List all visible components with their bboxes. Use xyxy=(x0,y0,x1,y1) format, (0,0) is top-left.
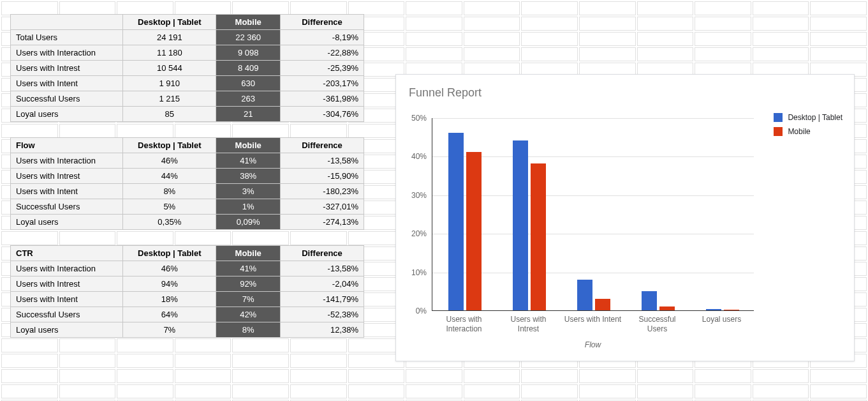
table-row[interactable]: Users with Interaction 11 180 9 098 -22,… xyxy=(11,45,364,61)
col-difference[interactable]: Difference xyxy=(281,246,364,261)
table-flow[interactable]: Flow Desktop | Tablet Mobile Difference … xyxy=(10,137,364,230)
row-label[interactable]: Users with Intent xyxy=(11,292,123,307)
cell-difference[interactable]: -141,79% xyxy=(281,292,364,307)
cell-desktop[interactable]: 46% xyxy=(123,261,216,276)
cell-mobile[interactable]: 42% xyxy=(216,307,281,322)
cell-mobile[interactable]: 1% xyxy=(216,199,281,215)
chart-bar[interactable] xyxy=(595,299,610,310)
chart-bar[interactable] xyxy=(724,310,739,310)
table-row[interactable]: Users with Intrest 94% 92% -2,04% xyxy=(11,276,364,292)
chart-bar[interactable] xyxy=(659,306,675,310)
cell-difference[interactable]: -203,17% xyxy=(281,76,364,91)
col-desktop[interactable]: Desktop | Tablet xyxy=(123,15,216,30)
cell-desktop[interactable]: 7% xyxy=(123,322,216,338)
cell-difference[interactable]: -180,23% xyxy=(281,184,364,199)
cell-mobile[interactable]: 3% xyxy=(216,184,281,199)
row-label[interactable]: Users with Intent xyxy=(11,76,123,91)
cell-mobile[interactable]: 8 409 xyxy=(216,61,281,76)
row-label[interactable]: Loyal users xyxy=(11,215,123,230)
cell-mobile[interactable]: 21 xyxy=(216,107,281,122)
row-label[interactable]: Users with Intrest xyxy=(11,61,123,76)
table-flow-title[interactable]: Flow xyxy=(11,138,123,153)
table-row[interactable]: Loyal users 85 21 -304,76% xyxy=(11,107,364,122)
cell-difference[interactable]: -361,98% xyxy=(281,91,364,107)
table-absolute[interactable]: Desktop | Tablet Mobile Difference Total… xyxy=(10,14,364,122)
cell-mobile[interactable]: 0,09% xyxy=(216,215,281,230)
cell-mobile[interactable]: 22 360 xyxy=(216,30,281,45)
cell-mobile[interactable]: 41% xyxy=(216,153,281,169)
col-desktop[interactable]: Desktop | Tablet xyxy=(123,138,216,153)
cell-mobile[interactable]: 263 xyxy=(216,91,281,107)
table-row[interactable]: Successful Users 1 215 263 -361,98% xyxy=(11,91,364,107)
cell-difference[interactable]: -15,90% xyxy=(281,169,364,184)
cell-desktop[interactable]: 10 544 xyxy=(123,61,216,76)
table-row[interactable]: Users with Interaction 46% 41% -13,58% xyxy=(11,153,364,169)
col-mobile[interactable]: Mobile xyxy=(216,138,281,153)
table-row[interactable]: Users with Intrest 44% 38% -15,90% xyxy=(11,169,364,184)
row-label[interactable]: Users with Interaction xyxy=(11,261,123,276)
row-label[interactable]: Total Users xyxy=(11,30,123,45)
chart-bar[interactable] xyxy=(531,163,546,310)
cell-difference[interactable]: -327,01% xyxy=(281,199,364,215)
row-label[interactable]: Loyal users xyxy=(11,322,123,338)
cell-desktop[interactable]: 64% xyxy=(123,307,216,322)
table-row[interactable]: Users with Interaction 46% 41% -13,58% xyxy=(11,261,364,276)
cell-difference[interactable]: -22,88% xyxy=(281,45,364,61)
cell-difference[interactable]: -304,76% xyxy=(281,107,364,122)
col-difference[interactable]: Difference xyxy=(281,138,364,153)
table-ctr-title[interactable]: CTR xyxy=(11,246,123,261)
cell-desktop[interactable]: 85 xyxy=(123,107,216,122)
cell-mobile[interactable]: 630 xyxy=(216,76,281,91)
cell-mobile[interactable]: 92% xyxy=(216,276,281,292)
col-mobile[interactable]: Mobile xyxy=(216,15,281,30)
cell-desktop[interactable]: 0,35% xyxy=(123,215,216,230)
table-row[interactable]: Successful Users 5% 1% -327,01% xyxy=(11,199,364,215)
chart-bar[interactable] xyxy=(642,291,657,310)
cell-desktop[interactable]: 24 191 xyxy=(123,30,216,45)
chart-bar[interactable] xyxy=(466,152,482,310)
cell-difference[interactable]: -13,58% xyxy=(281,153,364,169)
row-label[interactable]: Users with Interaction xyxy=(11,153,123,169)
cell-mobile[interactable]: 9 098 xyxy=(216,45,281,61)
cell-mobile[interactable]: 41% xyxy=(216,261,281,276)
col-desktop[interactable]: Desktop | Tablet xyxy=(123,246,216,261)
cell-difference[interactable]: -13,58% xyxy=(281,261,364,276)
table-row[interactable]: Loyal users 0,35% 0,09% -274,13% xyxy=(11,215,364,230)
cell-difference[interactable]: -8,19% xyxy=(281,30,364,45)
row-label[interactable]: Users with Interaction xyxy=(11,45,123,61)
cell-desktop[interactable]: 44% xyxy=(123,169,216,184)
row-label[interactable]: Successful Users xyxy=(11,91,123,107)
table-row[interactable]: Loyal users 7% 8% 12,38% xyxy=(11,322,364,338)
legend-mobile[interactable]: Mobile xyxy=(774,127,842,136)
row-label[interactable]: Users with Intrest xyxy=(11,169,123,184)
table-row[interactable]: Users with Intrest 10 544 8 409 -25,39% xyxy=(11,61,364,76)
chart-bar[interactable] xyxy=(513,140,528,310)
row-label[interactable]: Users with Intent xyxy=(11,184,123,199)
cell-difference[interactable]: 12,38% xyxy=(281,322,364,338)
cell-desktop[interactable]: 8% xyxy=(123,184,216,199)
cell-mobile[interactable]: 7% xyxy=(216,292,281,307)
row-label[interactable]: Loyal users xyxy=(11,107,123,122)
chart-bar[interactable] xyxy=(448,133,464,310)
cell-desktop[interactable]: 1 215 xyxy=(123,91,216,107)
cell-desktop[interactable]: 1 910 xyxy=(123,76,216,91)
cell-desktop[interactable]: 5% xyxy=(123,199,216,215)
col-mobile[interactable]: Mobile xyxy=(216,246,281,261)
table-row[interactable]: Successful Users 64% 42% -52,38% xyxy=(11,307,364,322)
table-row[interactable]: Total Users 24 191 22 360 -8,19% xyxy=(11,30,364,45)
chart-card[interactable]: Funnel Report Flow 0%10%20%30%40%50%User… xyxy=(395,74,855,361)
cell-difference[interactable]: -52,38% xyxy=(281,307,364,322)
row-label[interactable]: Users with Intrest xyxy=(11,276,123,292)
cell-desktop[interactable]: 46% xyxy=(123,153,216,169)
cell-desktop[interactable]: 94% xyxy=(123,276,216,292)
cell-difference[interactable]: -274,13% xyxy=(281,215,364,230)
table-row[interactable]: Users with Intent 8% 3% -180,23% xyxy=(11,184,364,199)
cell-difference[interactable]: -2,04% xyxy=(281,276,364,292)
table-ctr[interactable]: CTR Desktop | Tablet Mobile Difference U… xyxy=(10,245,364,338)
cell-mobile[interactable]: 8% xyxy=(216,322,281,338)
cell-desktop[interactable]: 18% xyxy=(123,292,216,307)
table-row[interactable]: Users with Intent 1 910 630 -203,17% xyxy=(11,76,364,91)
col-difference[interactable]: Difference xyxy=(281,15,364,30)
table-row[interactable]: Users with Intent 18% 7% -141,79% xyxy=(11,292,364,307)
cell-desktop[interactable]: 11 180 xyxy=(123,45,216,61)
